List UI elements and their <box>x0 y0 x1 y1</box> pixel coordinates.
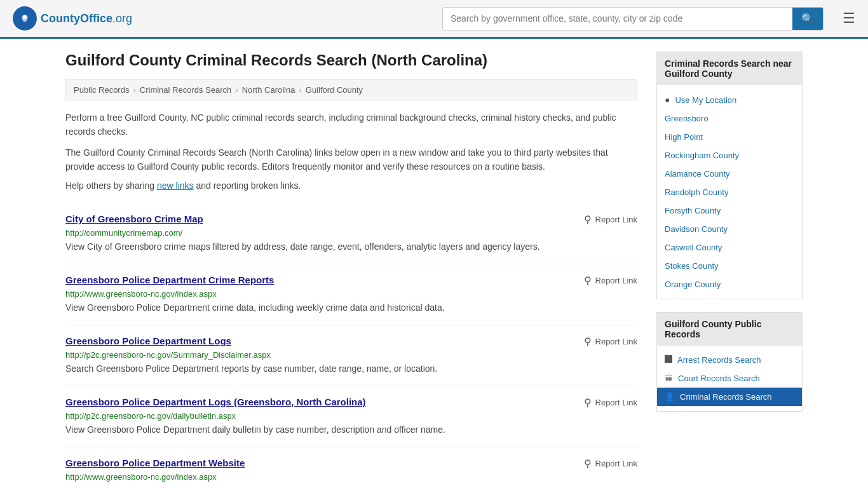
record-title-4[interactable]: Greensboro Police Department Website <box>65 458 245 468</box>
record-url-0[interactable]: http://communitycrimemap.com/ <box>65 228 637 238</box>
record-desc-3: View Greensboro Police Department daily … <box>65 423 637 437</box>
forsyth-link[interactable]: Forsyth County <box>665 206 721 215</box>
stokes-link[interactable]: Stokes County <box>665 261 719 271</box>
sidebar-item-orange[interactable]: Orange County <box>657 275 802 294</box>
record-title-3[interactable]: Greensboro Police Department Logs (Green… <box>65 396 366 407</box>
sidebar-public-records-title: Guilford County Public Records <box>657 313 802 346</box>
criminal-records-icon: 👤 <box>665 392 675 402</box>
table-row: Greensboro Police Department Logs (Green… <box>65 386 637 447</box>
sidebar-item-forsyth[interactable]: Forsyth County <box>657 201 802 220</box>
breadcrumb-sep-3: › <box>299 85 301 95</box>
table-row: Greensboro Police Department Logs ⚲ Repo… <box>65 325 637 386</box>
sidebar-item-alamance[interactable]: Alamance County <box>657 165 802 183</box>
sidebar: Criminal Records Search near Guilford Co… <box>656 51 803 488</box>
breadcrumb-criminal-records[interactable]: Criminal Records Search <box>140 85 232 95</box>
record-desc-0: View City of Greensboro crime maps filte… <box>65 240 637 254</box>
report-link-3[interactable]: ⚲ Report Link <box>584 396 637 409</box>
breadcrumb-guilford-county[interactable]: Guilford County <box>306 85 363 95</box>
record-title-2[interactable]: Greensboro Police Department Logs <box>65 336 231 346</box>
report-link-1[interactable]: ⚲ Report Link <box>584 274 637 287</box>
logo-link[interactable]: CountyOffice.org <box>13 6 132 30</box>
breadcrumb-public-records[interactable]: Public Records <box>74 85 129 95</box>
report-icon-2: ⚲ <box>584 336 592 348</box>
description-para2: The Guilford County Criminal Records Sea… <box>65 146 637 174</box>
search-input[interactable] <box>443 8 792 30</box>
square-icon <box>665 355 672 363</box>
sidebar-item-criminal-records[interactable]: 👤 Criminal Records Search <box>657 388 802 406</box>
search-bar: 🔍 <box>442 7 824 30</box>
sidebar-item-high-point[interactable]: High Point <box>657 128 802 146</box>
sidebar-nearby-section: Criminal Records Search near Guilford Co… <box>656 51 803 299</box>
record-url-1[interactable]: http://www.greensboro-nc.gov/index.aspx <box>65 289 637 299</box>
help-text: Help others by sharing new links and rep… <box>65 180 637 191</box>
content-area: Guilford County Criminal Records Search … <box>65 51 637 488</box>
sidebar-item-randolph[interactable]: Randolph County <box>657 183 802 201</box>
sidebar-public-records-section: Guilford County Public Records Arrest Re… <box>656 312 803 412</box>
davidson-link[interactable]: Davidson County <box>665 224 728 234</box>
report-icon-4: ⚲ <box>584 458 592 470</box>
record-header-1: Greensboro Police Department Crime Repor… <box>65 274 637 287</box>
sidebar-nearby-title: Criminal Records Search near Guilford Co… <box>657 52 802 85</box>
breadcrumb-sep-2: › <box>235 85 238 95</box>
alamance-link[interactable]: Alamance County <box>665 169 730 179</box>
svg-point-1 <box>23 15 27 19</box>
record-header-2: Greensboro Police Department Logs ⚲ Repo… <box>65 336 637 348</box>
record-header-0: City of Greensboro Crime Map ⚲ Report Li… <box>65 214 637 226</box>
table-row: Greensboro Police Department Crime Repor… <box>65 264 637 325</box>
orange-link[interactable]: Orange County <box>665 280 721 289</box>
search-button[interactable]: 🔍 <box>792 8 823 30</box>
description-para1: Perform a free Guilford County, NC publi… <box>65 111 637 139</box>
menu-icon[interactable]: ☰ <box>843 10 855 27</box>
sidebar-item-arrest-records[interactable]: Arrest Records Search <box>657 351 802 369</box>
sidebar-item-greensboro[interactable]: Greensboro <box>657 109 802 128</box>
new-links-link[interactable]: new links <box>157 180 194 191</box>
high-point-link[interactable]: High Point <box>665 132 703 142</box>
table-row: Greensboro Police Department Website ⚲ R… <box>65 447 637 488</box>
breadcrumb-north-carolina[interactable]: North Carolina <box>242 85 295 95</box>
breadcrumb: Public Records › Criminal Records Search… <box>65 79 637 100</box>
record-url-3[interactable]: http://p2c.greensboro-nc.gov/dailybullet… <box>65 411 637 421</box>
record-header-4: Greensboro Police Department Website ⚲ R… <box>65 458 637 470</box>
sidebar-item-stokes[interactable]: Stokes County <box>657 257 802 275</box>
sidebar-item-davidson[interactable]: Davidson County <box>657 220 802 238</box>
report-icon-0: ⚲ <box>584 214 592 226</box>
site-header: CountyOffice.org 🔍 ☰ <box>0 0 868 39</box>
record-title-0[interactable]: City of Greensboro Crime Map <box>65 214 203 224</box>
greensboro-link[interactable]: Greensboro <box>665 114 709 123</box>
record-desc-1: View Greensboro Police Department crime … <box>65 301 637 315</box>
logo-icon <box>13 6 37 30</box>
report-link-0[interactable]: ⚲ Report Link <box>584 214 637 226</box>
report-icon-1: ⚲ <box>584 274 592 287</box>
table-row: City of Greensboro Crime Map ⚲ Report Li… <box>65 203 637 264</box>
rockingham-link[interactable]: Rockingham County <box>665 151 739 160</box>
report-link-2[interactable]: ⚲ Report Link <box>584 336 637 348</box>
record-url-2[interactable]: http://p2c.greensboro-nc.gov/Summary_Dis… <box>65 350 637 360</box>
arrest-records-icon <box>665 355 672 365</box>
record-url-4[interactable]: http://www.greensboro-nc.gov/index.aspx <box>65 472 637 482</box>
record-header-3: Greensboro Police Department Logs (Green… <box>65 396 637 409</box>
sidebar-public-records-content: Arrest Records Search 🏛 Court Records Se… <box>657 346 802 411</box>
report-link-4[interactable]: ⚲ Report Link <box>584 458 637 470</box>
randolph-link[interactable]: Randolph County <box>665 187 728 197</box>
record-desc-2: Search Greensboro Police Department repo… <box>65 362 637 376</box>
sidebar-item-use-my-location[interactable]: ● Use My Location <box>657 90 802 109</box>
sidebar-item-rockingham[interactable]: Rockingham County <box>657 146 802 165</box>
arrest-records-link[interactable]: Arrest Records Search <box>677 355 761 365</box>
main-container: Guilford County Criminal Records Search … <box>53 39 815 488</box>
caswell-link[interactable]: Caswell County <box>665 243 722 252</box>
report-icon-3: ⚲ <box>584 396 592 409</box>
criminal-records-link[interactable]: Criminal Records Search <box>680 392 772 402</box>
use-my-location-link[interactable]: Use My Location <box>675 95 736 105</box>
location-dot-icon: ● <box>665 95 670 105</box>
breadcrumb-sep-1: › <box>133 85 135 95</box>
page-title: Guilford County Criminal Records Search … <box>65 51 637 69</box>
logo-text: CountyOffice.org <box>41 12 132 25</box>
court-records-link[interactable]: Court Records Search <box>678 374 760 383</box>
sidebar-nearby-content: ● Use My Location Greensboro High Point … <box>657 85 802 299</box>
sidebar-item-court-records[interactable]: 🏛 Court Records Search <box>657 369 802 388</box>
court-records-icon: 🏛 <box>665 374 673 383</box>
record-title-1[interactable]: Greensboro Police Department Crime Repor… <box>65 274 274 285</box>
records-list: City of Greensboro Crime Map ⚲ Report Li… <box>65 203 637 488</box>
sidebar-item-caswell[interactable]: Caswell County <box>657 238 802 257</box>
